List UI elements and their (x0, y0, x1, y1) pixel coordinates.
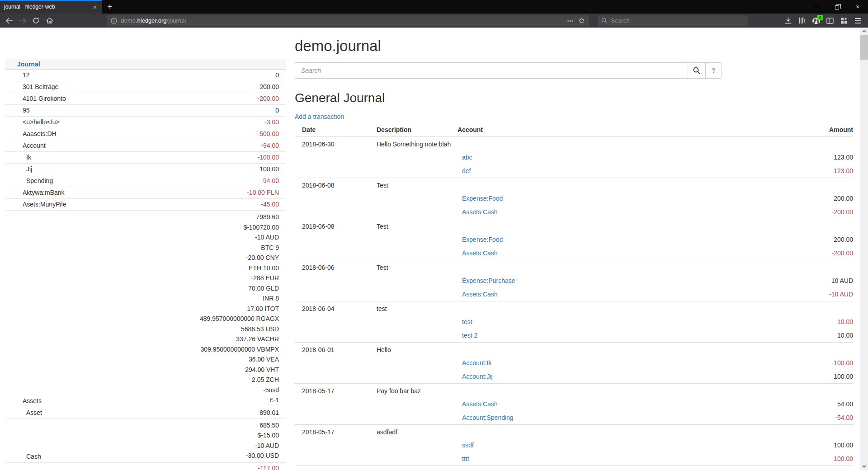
home-button[interactable] (43, 15, 57, 27)
transaction-summary-row[interactable]: 2018-05-17Test (295, 466, 853, 470)
transaction-summary-row[interactable]: 2018-05-17Pay foo bar baz (295, 384, 853, 398)
url-bar[interactable]: demo.hledger.org/journal ••• (107, 15, 589, 26)
transaction-summary-row[interactable]: 2018-05-17asdfadf (295, 425, 853, 439)
tab-close-icon[interactable]: × (91, 3, 98, 11)
posting-account-link[interactable]: tttt (462, 455, 469, 462)
scrollbar-down-icon[interactable] (860, 463, 868, 470)
sidebar-account-name[interactable]: Ik (5, 152, 200, 164)
transaction-block: 2018-06-01HelloAccount:Ik-100.00Account:… (295, 343, 853, 384)
window-restore-button[interactable] (826, 0, 847, 14)
transaction-summary-row[interactable]: 2018-06-04test (295, 301, 853, 315)
posting-row: Account:Jij100.00 (295, 370, 853, 384)
forward-button[interactable] (16, 15, 30, 27)
posting-account-link[interactable]: test (462, 318, 472, 325)
scrollbar-up-icon[interactable] (860, 28, 868, 35)
posting-account-link[interactable]: Account:Spending (462, 414, 514, 421)
journal-table: Date Description Account Amount 2018-06-… (295, 124, 853, 470)
amount-value: $-100720.00 (200, 222, 279, 233)
sidebar-toggle-button[interactable] (823, 14, 837, 27)
sidebar-account-row: Ik-100.00 (5, 152, 286, 164)
browser-search-placeholder: Search (611, 17, 629, 24)
posting-account-link[interactable]: Assets:Cash (462, 208, 498, 216)
page-scrollbar[interactable] (860, 28, 868, 470)
sidebar-account-name[interactable]: Asset (5, 407, 200, 418)
sidebar-account-name[interactable]: 301 Beiträge (5, 81, 200, 93)
posting-account-link[interactable]: Account:Ik (462, 359, 491, 367)
accounts-table: Journal 120301 Beiträge200.004101 Giroko… (5, 59, 286, 470)
amount-value: INR 8 (200, 293, 279, 304)
search-submit-button[interactable] (688, 62, 706, 79)
journal-search-group: ? (295, 62, 722, 79)
sidebar-account-name[interactable]: 4101 Girokonto (5, 93, 200, 105)
sidebar-account-name[interactable]: Assets (5, 211, 200, 407)
amount-value: 337.26 VACHR (200, 334, 279, 344)
amount-value: 489.957000000000 RGAGX (200, 314, 279, 324)
posting-account-link[interactable]: Assets:Cash (462, 291, 498, 298)
sidebar-account-name[interactable]: <u>hello</u> (5, 117, 200, 128)
browser-toolbar: demo.hledger.org/journal ••• Search 0 (0, 14, 868, 28)
posting-account-link[interactable]: abc (462, 154, 472, 161)
transaction-description: Test (377, 260, 458, 274)
extension-badger-button[interactable]: 0 (809, 14, 823, 27)
posting-account-link[interactable]: Expense:Food (462, 195, 503, 202)
back-button[interactable] (3, 15, 16, 27)
sidebar-account-amounts: -200.00 (200, 93, 286, 105)
transaction-block: 2018-05-17Test (295, 466, 853, 470)
page-actions-icon[interactable]: ••• (567, 18, 574, 24)
transaction-summary-row[interactable]: 2018-06-08Test (295, 219, 853, 233)
posting-account-link[interactable]: Assets:Cash (462, 400, 498, 408)
url-prefix: demo. (121, 17, 137, 24)
scrollbar-thumb[interactable] (860, 35, 868, 60)
posting-account-link[interactable]: Expense:Food (462, 236, 503, 243)
browser-tab-active[interactable]: journal - hledger-web × (0, 0, 102, 14)
downloads-button[interactable] (781, 14, 795, 27)
posting-account-link[interactable]: Account:Jij (462, 373, 493, 380)
sidebar-account-name[interactable]: Cash (5, 418, 200, 462)
transaction-summary-row[interactable]: 2018-06-30Hello Something note:blah (295, 137, 853, 151)
sidebar-account-name[interactable]: Aaasets:DH (5, 128, 200, 140)
posting-row: test-10.00 (295, 315, 853, 329)
journal-search-input[interactable] (295, 62, 688, 79)
transaction-summary-row[interactable]: 2018-06-01Hello (295, 343, 853, 357)
site-info-icon[interactable] (111, 18, 117, 24)
transaction-summary-row[interactable]: 2018-06-06Test (295, 260, 853, 274)
sidebar-account-name[interactable]: Account (5, 140, 200, 152)
extensions-grid-button[interactable] (837, 14, 851, 27)
sidebar-account-name[interactable]: 95 (5, 105, 200, 117)
posting-row: Account:Ik-100.00 (295, 356, 853, 370)
window-minimize-button[interactable] (806, 0, 826, 14)
posting-account-link[interactable]: def (462, 167, 471, 174)
browser-search-box[interactable]: Search (598, 15, 748, 26)
home-icon (46, 17, 53, 24)
posting-amount: -100.00 (797, 356, 853, 370)
library-button[interactable] (795, 14, 809, 27)
posting-account-link[interactable]: test 2 (462, 332, 477, 339)
sidebar-account-row: 301 Beiträge200.00 (5, 81, 286, 93)
posting-account-link[interactable]: Expense:Purchase (462, 277, 515, 284)
posting-amount: -200.00 (797, 205, 853, 219)
bookmark-star-icon[interactable] (578, 17, 585, 24)
add-transaction-link[interactable]: Add a transaction (295, 113, 344, 120)
posting-account-link[interactable]: ssdf (462, 442, 474, 449)
sidebar-account-row: Account-94.00 (5, 140, 286, 152)
reload-button[interactable] (29, 15, 43, 27)
sidebar-account-name[interactable]: Spending (5, 175, 200, 187)
amount-value: ETH 10.00 (200, 263, 279, 273)
new-tab-button[interactable]: + (102, 0, 118, 14)
transaction-summary-row[interactable]: 2018-06-08Test (295, 178, 853, 192)
sidebar-account-amounts: 7989.60$-100720.00-10 AUDBTC 9-20.00 CNY… (200, 211, 286, 407)
sidebar-account-name[interactable]: Asets:MunyPile (5, 199, 200, 211)
sidebar-account-name[interactable]: Aktywa:mBank (5, 187, 200, 199)
sidebar-account-name[interactable]: Jij (5, 164, 200, 175)
search-help-button[interactable]: ? (706, 62, 722, 79)
window-close-button[interactable]: × (847, 0, 868, 14)
posting-amount: 100.00 (797, 438, 853, 452)
sidebar-account-name[interactable]: 12 (5, 70, 200, 81)
menu-button[interactable] (851, 14, 865, 27)
sidebar-account-name[interactable] (5, 462, 200, 470)
posting-account-link[interactable]: Assets:Cash (462, 249, 498, 257)
amount-value: 7989.60 (200, 212, 279, 222)
url-text[interactable]: demo.hledger.org/journal (121, 17, 567, 24)
journal-header-link[interactable]: Journal (17, 61, 40, 68)
amount-value: 0 (200, 106, 279, 115)
